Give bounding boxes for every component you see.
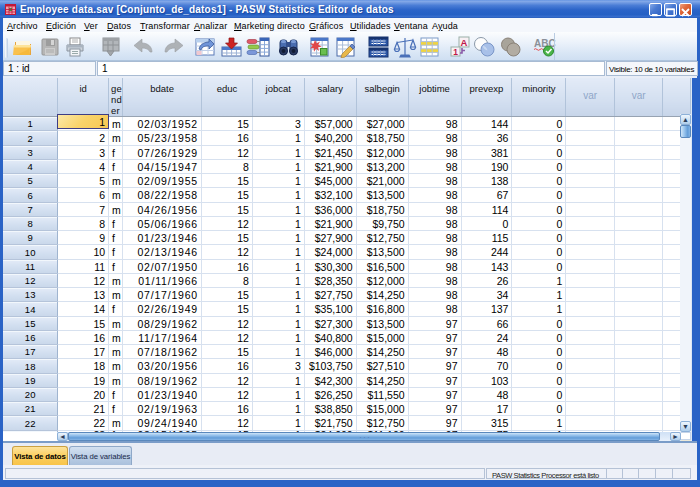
svg-text:A: A [460,37,467,48]
svg-text:1: 1 [453,47,458,57]
